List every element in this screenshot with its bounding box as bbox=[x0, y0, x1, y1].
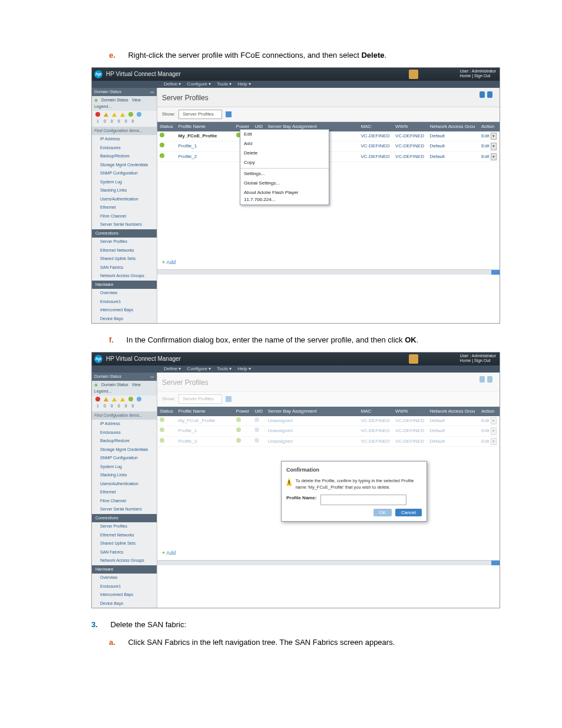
step-3: 3. Delete the SAN fabric: bbox=[91, 619, 509, 631]
ctx-settings[interactable]: Settings... bbox=[240, 169, 329, 179]
edit-link[interactable]: Edit bbox=[481, 133, 490, 139]
nav-ic-bays[interactable]: Interconnect Bays bbox=[92, 306, 157, 315]
status-ok-icon: ◉ bbox=[94, 383, 98, 387]
edit-link[interactable]: Edit bbox=[481, 143, 490, 149]
menu-help[interactable]: Help ▾ bbox=[237, 81, 251, 88]
col-mac[interactable]: MAC bbox=[359, 122, 394, 131]
find-config[interactable]: Find Configuration Items... bbox=[92, 127, 157, 136]
nav-nag[interactable]: Network Access Groups bbox=[92, 272, 157, 281]
nav-serials[interactable]: Server Serial Numbers bbox=[92, 220, 157, 229]
ctx-about-flash[interactable]: About Adobe Flash Player 11.7.700.224... bbox=[240, 188, 329, 205]
add-row[interactable]: + Add bbox=[157, 547, 500, 560]
status-ok-icon bbox=[160, 417, 164, 422]
warning-icon: ! bbox=[286, 477, 292, 486]
uid-icon bbox=[254, 438, 259, 443]
col-status[interactable]: Status bbox=[157, 122, 176, 131]
menu-tools[interactable]: Tools ▾ bbox=[217, 365, 232, 373]
step-3-text: Delete the SAN fabric: bbox=[110, 620, 186, 629]
show-dropdown-icon[interactable] bbox=[226, 396, 232, 402]
nav-ip-address[interactable]: IP Address bbox=[92, 135, 157, 144]
title-actions bbox=[480, 91, 492, 98]
nav-connections-header[interactable]: Connections bbox=[92, 229, 157, 238]
help-icon[interactable] bbox=[487, 91, 492, 98]
nav-backup-restore[interactable]: Backup/Restore bbox=[92, 152, 157, 161]
nav-server-profiles[interactable]: Server Profiles bbox=[92, 238, 157, 246]
nav-device-bays[interactable]: Device Bays bbox=[92, 315, 157, 324]
nav-eth-networks[interactable]: Ethernet Networks bbox=[92, 246, 157, 255]
domain-status-header[interactable]: Domain Status▭ bbox=[92, 88, 157, 97]
home-icon[interactable] bbox=[409, 354, 418, 364]
step-f-text-after: . bbox=[416, 335, 419, 344]
show-dropdown-icon[interactable] bbox=[226, 111, 232, 117]
profiles-table: Status Profile Name Power UID Server Bay… bbox=[157, 407, 500, 447]
page-title-row: Server Profiles bbox=[157, 88, 500, 107]
home-icon[interactable] bbox=[409, 70, 418, 79]
action-menu-icon[interactable]: ▾ bbox=[491, 133, 497, 140]
screenshot-2: hp HP Virtual Connect Manager User : Adm… bbox=[91, 352, 500, 609]
add-row[interactable]: + Add bbox=[157, 256, 500, 269]
col-wwn[interactable]: WWN bbox=[393, 122, 428, 131]
nav-users-auth[interactable]: Users/Authentication bbox=[92, 195, 157, 204]
nav-snmp[interactable]: SNMP Configuration bbox=[92, 169, 157, 178]
domain-status-link[interactable]: Domain Status bbox=[101, 98, 128, 102]
collapse-icon[interactable]: ▭ bbox=[150, 374, 154, 380]
ok-button[interactable]: OK bbox=[373, 509, 392, 516]
user-links[interactable]: Home | Sign Out bbox=[460, 358, 496, 363]
status-ok-icon bbox=[160, 143, 164, 147]
show-value[interactable]: Server Profiles bbox=[178, 110, 222, 119]
status-icon-row bbox=[92, 111, 157, 118]
step-e-text-before: Right-click the server profile with FCoE… bbox=[128, 51, 361, 60]
status-ok-icon bbox=[160, 438, 164, 443]
nav-uplink-sets[interactable]: Shared Uplink Sets bbox=[92, 255, 157, 263]
step-e-marker: e. bbox=[109, 51, 115, 60]
nav-enclosures[interactable]: Enclosures bbox=[92, 144, 157, 153]
ctx-add[interactable]: Add bbox=[240, 139, 329, 149]
nav-stacking[interactable]: Stacking Links bbox=[92, 186, 157, 195]
user-links[interactable]: Home | Sign Out bbox=[460, 74, 496, 78]
nav-overview[interactable]: Overview bbox=[92, 289, 157, 298]
nav-hardware-header[interactable]: Hardware bbox=[92, 281, 157, 289]
ctx-edit[interactable]: Edit bbox=[240, 130, 329, 139]
horizontal-scrollbar[interactable] bbox=[157, 560, 500, 565]
uid-icon bbox=[254, 427, 259, 432]
menu-tools[interactable]: Tools ▾ bbox=[217, 81, 232, 88]
status-ok-icon bbox=[160, 427, 164, 432]
warn-yellow-icon bbox=[112, 397, 117, 401]
step-3-marker: 3. bbox=[91, 620, 98, 629]
menu-define[interactable]: Define ▾ bbox=[164, 81, 181, 88]
nav-syslog[interactable]: System Log bbox=[92, 178, 157, 187]
ctx-copy[interactable]: Copy bbox=[240, 158, 329, 167]
action-menu-icon[interactable]: ▾ bbox=[491, 143, 497, 150]
ctx-global-settings[interactable]: Global Settings... bbox=[240, 179, 329, 188]
nav-san-fabrics[interactable]: SAN Fabrics bbox=[92, 263, 157, 272]
nav-storage-creds[interactable]: Storage Mgmt Credentials bbox=[92, 161, 157, 170]
col-nag[interactable]: Network Access Grou bbox=[428, 122, 479, 131]
horizontal-scrollbar[interactable] bbox=[157, 269, 500, 275]
col-profile-name[interactable]: Profile Name bbox=[176, 122, 234, 131]
info-icon bbox=[137, 112, 141, 117]
nav-ethernet[interactable]: Ethernet bbox=[92, 203, 157, 212]
print-icon[interactable] bbox=[480, 91, 485, 98]
collapse-icon[interactable]: ▭ bbox=[150, 89, 154, 95]
nav-fc[interactable]: Fibre Channel bbox=[92, 212, 157, 221]
table-row[interactable]: Profile_1 Unassigned VC-DEFINED VC-DEFIN… bbox=[157, 426, 500, 437]
dialog-text: To delete the Profile, confirm by typing… bbox=[295, 477, 422, 491]
profile-name-input[interactable] bbox=[320, 495, 406, 505]
status-ok-icon: ◉ bbox=[94, 98, 98, 102]
table-row[interactable]: Profile_3 Unassigned VC-DEFINED VC-DEFIN… bbox=[157, 436, 500, 447]
ctx-delete[interactable]: Delete bbox=[240, 149, 329, 158]
help-icon[interactable] bbox=[487, 376, 492, 383]
menu-configure[interactable]: Configure ▾ bbox=[187, 365, 211, 373]
cancel-button[interactable]: Cancel bbox=[395, 509, 422, 516]
table-row[interactable]: My_FCoE_Profile Unassigned VC-DEFINED VC… bbox=[157, 416, 500, 426]
col-action[interactable]: Action bbox=[479, 122, 500, 131]
menu-configure[interactable]: Configure ▾ bbox=[187, 81, 211, 88]
step-f-text-before: In the Confirmation dialog box, enter th… bbox=[127, 335, 405, 344]
edit-link[interactable]: Edit bbox=[481, 154, 490, 159]
print-icon[interactable] bbox=[480, 376, 485, 383]
hp-logo-icon: hp bbox=[94, 355, 103, 363]
nav-enclosure1[interactable]: Enclosure1 bbox=[92, 298, 157, 307]
action-menu-icon[interactable]: ▾ bbox=[491, 153, 497, 161]
menu-define[interactable]: Define ▾ bbox=[164, 365, 181, 373]
menu-help[interactable]: Help ▾ bbox=[237, 365, 251, 373]
